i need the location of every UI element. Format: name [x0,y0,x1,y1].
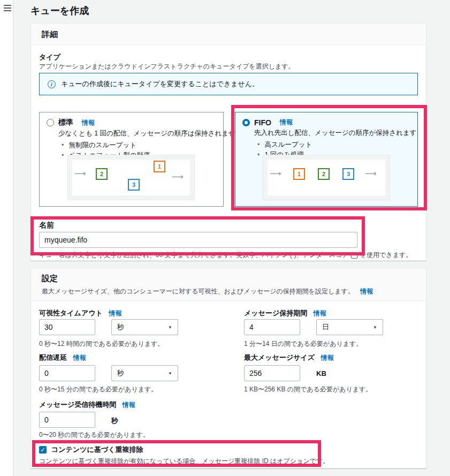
standard-option-card[interactable]: 標準 情報 少なくとも 1 回の配信、メッセージの順序は保持されません 無制限の… [39,112,224,207]
standard-queue-diagram: ⟶ 2 3 1 ⟶ [67,155,195,200]
settings-description: 最大メッセージサイズ、他のコンシューマーに対する可視性、およびメッセージの保持期… [42,287,415,296]
name-help-text: キュー名は大文字と小文字が区別され、80 文字まで入力できます。英数字、ハイフン… [39,251,412,260]
chevron-down-icon: ▼ [168,371,172,376]
standard-info-link[interactable]: 情報 [82,118,95,127]
delivery-delay-input[interactable] [39,365,95,381]
retention-period-unit-select[interactable]: 日 ▼ [316,319,383,335]
dedup-help-text: コンテンツに基づく重複排除が有効になっている場合、メッセージ重複排除 ID はオ… [39,457,329,466]
type-description: アプリケーションまたはクラウドインフラストラクチャのキュータイプを選択します。 [39,62,295,71]
hamburger-menu-icon[interactable] [4,5,11,11]
flow-arrow-icon: ⟶ [270,169,281,177]
max-message-size-input[interactable] [244,365,300,381]
dedup-checkbox[interactable]: ✓ [39,446,47,454]
retention-period-info-link[interactable]: 情報 [314,309,326,317]
flow-arrow-icon: ⟶ [172,172,184,180]
retention-period-label: メッセージ保持期間 情報 [244,308,326,318]
delivery-delay-unit-select[interactable]: 秒 ▼ [111,365,178,381]
queue-message-box: 3 [342,168,354,180]
visibility-timeout-unit-select[interactable]: 秒 ▼ [111,319,178,335]
details-title: 詳細 [31,24,426,46]
name-label: 名前 [39,221,54,230]
max-message-size-label: 最大メッセージサイズ 情報 [244,353,334,362]
queue-name-input[interactable] [39,232,357,248]
fifo-label: FIFO [254,118,271,127]
standard-bullet: 無制限のスループット [62,140,216,150]
fifo-option-card[interactable]: FIFO 情報 先入れ先出し配信、メッセージの順序が保持されます 高スループット… [235,112,418,207]
max-message-size-help: 1 KB〜256 KB の間である必要があります。 [244,385,372,394]
max-message-size-unit: KB [316,369,326,377]
delivery-delay-help: 0 秒〜15 分の間である必要があります。 [39,385,157,394]
queue-message-box: 1 [293,168,305,180]
max-message-size-info-link[interactable]: 情報 [321,354,334,361]
queue-message-box: 2 [318,168,330,180]
delivery-delay-info-link[interactable]: 情報 [73,354,86,361]
create-queue-page: キューを作成 詳細 タイプ アプリケーションまたはクラウドインフラストラクチャの… [0,0,450,476]
dedup-label: コンテンツに基づく重複排除 [51,445,143,455]
chevron-down-icon: ▼ [373,325,377,330]
settings-title: 設定 [42,274,415,284]
queue-message-box: 2 [96,168,108,180]
fifo-radio[interactable] [242,119,250,126]
receive-wait-time-help: 0〜20 秒の間である必要があります。 [39,430,149,440]
delivery-delay-label: 配信遅延 情報 [39,353,86,362]
details-card: 詳細 タイプ アプリケーションまたはクラウドインフラストラクチャのキュータイプを… [30,23,426,261]
dedup-checkbox-row: ✓ コンテンツに基づく重複排除 [39,445,143,455]
standard-label: 標準 [58,118,73,127]
page-title: キューを作成 [30,4,89,17]
settings-info-link[interactable]: 情報 [360,288,373,295]
queue-type-info-banner: i キューの作成後にキュータイプを変更することはできません。 [39,73,418,95]
settings-card: 設定 最大メッセージサイズ、他のコンシューマーに対する可視性、およびメッセージの… [30,268,426,469]
fifo-description: 先入れ先出し配信、メッセージの順序が保持されます [254,129,410,138]
retention-period-help: 1 分〜14 日の間である必要があります。 [244,339,362,349]
info-circle-icon: i [48,80,56,88]
collapsed-sidebar [0,0,13,476]
retention-period-input[interactable] [244,319,300,335]
fifo-info-link[interactable]: 情報 [280,118,293,127]
receive-wait-time-label: メッセージ受信待機時間 情報 [39,400,135,410]
type-label: タイプ [39,52,60,62]
visibility-timeout-input[interactable] [39,319,95,335]
settings-card-header: 設定 最大メッセージサイズ、他のコンシューマーに対する可視性、およびメッセージの… [31,268,426,301]
fifo-bullet: 高スループット [257,140,410,150]
receive-wait-time-unit: 秒 [111,416,118,426]
banner-text: キューの作成後にキュータイプを変更することはできません。 [61,79,259,89]
visibility-timeout-label: 可視性タイムアウト 情報 [39,308,121,318]
details-card-header: 詳細 [31,24,426,45]
queue-message-box: 3 [128,179,140,191]
standard-radio[interactable] [47,119,54,126]
standard-description: 少なくとも 1 回の配信、メッセージの順序は保持されません [58,129,216,138]
fifo-queue-diagram: ⟶ 1 2 3 ⟶ [263,155,390,200]
flow-arrow-icon: ⟶ [365,169,377,177]
receive-wait-time-info-link[interactable]: 情報 [123,401,135,409]
visibility-timeout-help: 0 秒〜12 時間の間である必要があります。 [39,339,164,349]
chevron-down-icon: ▼ [168,325,172,330]
queue-message-box: 1 [154,161,165,172]
receive-wait-time-input[interactable] [39,412,95,428]
visibility-timeout-info-link[interactable]: 情報 [109,309,121,317]
flow-arrow-icon: ⟶ [74,169,86,177]
